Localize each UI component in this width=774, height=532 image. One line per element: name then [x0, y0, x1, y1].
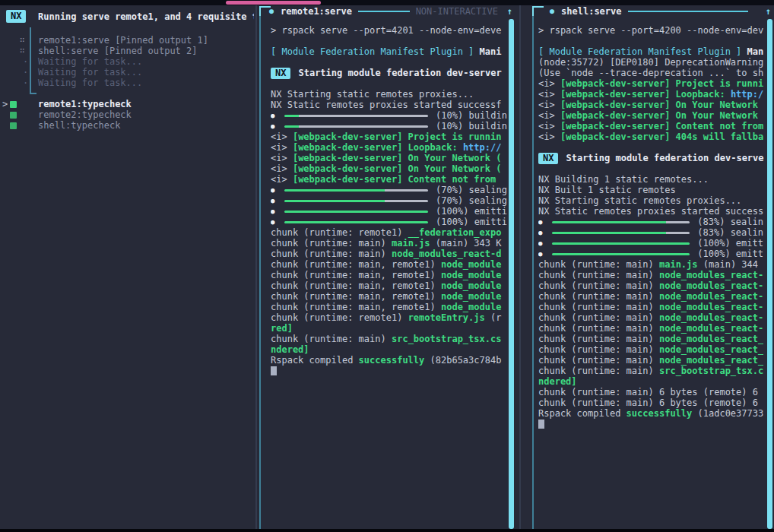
- log-segment: node_modules_react_: [659, 344, 763, 355]
- progress-dot-icon: ●: [538, 217, 550, 227]
- progress-label: (100%) emitt: [697, 238, 763, 249]
- log-segment: ndered]: [271, 344, 309, 355]
- log-segment: [webpack-dev-server] On Your Network: [560, 100, 758, 110]
- log-line: NX Built 1 static remotes: [538, 185, 763, 195]
- pane-separator: [255, 5, 257, 529]
- progress-line: ●(100%) emitti: [271, 217, 507, 227]
- progress-line: ●(10%) buildin: [271, 121, 507, 131]
- log-segment: src_bootstrap_tsx.c: [659, 366, 763, 376]
- log-line: [ Module Federation Manifest Plugin ] Ma…: [538, 46, 763, 57]
- task-label: Waiting for task...: [38, 56, 142, 67]
- task-row-waiting-for-task[interactable]: ·Waiting for task...: [0, 78, 255, 88]
- task-spinner-icon: ∷: [20, 46, 25, 56]
- log-segment: node_modules_react-: [659, 312, 763, 323]
- task-row-shell-typecheck[interactable]: shell:typecheck: [0, 120, 255, 131]
- pane-status-dot: ●: [269, 5, 274, 17]
- log-segment: NX Static remotes proxies started succes…: [538, 206, 763, 217]
- task-waiting-icon: ·: [23, 56, 28, 67]
- log-segment: NX Starting static remotes proxies...: [271, 89, 474, 100]
- log-segment: (node:35772) [DEP0180] DeprecationWarnin…: [538, 57, 763, 68]
- log-segment: <i>: [271, 142, 293, 153]
- task-row-waiting-for-task[interactable]: ·Waiting for task...: [0, 56, 255, 67]
- log-segment: chunk (runtime: main): [538, 259, 659, 270]
- task-row-remote1-serve-pinned-output-1[interactable]: ∷remote1:serve [Pinned output 1]: [0, 35, 255, 46]
- log-line: chunk (runtime: main) 6 bytes (remote) 6: [538, 387, 763, 397]
- log-segment: chunk (runtime: main): [538, 334, 659, 344]
- log-line: chunk (runtime: main) node_modules_react…: [538, 355, 763, 366]
- task-row-shell-serve-pinned-output-2[interactable]: ∷shell:serve [Pinned output 2]: [0, 46, 255, 56]
- scroll-up-arrow[interactable]: ↑: [507, 6, 512, 17]
- log-segment: chunk (runtime: main, remote1): [271, 280, 441, 291]
- log-line: chunk (runtime: main) src_bootstrap_tsx.…: [538, 366, 763, 376]
- pane-title-row: ● shell:serve: [550, 5, 754, 17]
- terminal-cursor: [271, 366, 277, 375]
- progress-label: (10%) buildin: [436, 110, 507, 121]
- progress-bar: [284, 125, 428, 128]
- progress-bar: [552, 242, 690, 245]
- nx-badge: NX: [538, 153, 558, 164]
- task-row-waiting-for-task[interactable]: ·Waiting for task...: [0, 67, 255, 78]
- log-segment: Rspack compiled: [271, 355, 359, 366]
- log-line: <i> [webpack-dev-server] On Your Network: [538, 110, 763, 121]
- log-line: NX Starting static remotes proxies...: [538, 195, 763, 206]
- output-pane-shell-serve: ● shell:serve ↑ > rspack serve --port=42…: [519, 5, 774, 529]
- log-segment: > rspack serve --port=4201 --node-env=de…: [271, 25, 501, 36]
- scrollbar[interactable]: [767, 19, 772, 529]
- log-line: NX Static remotes proxies started succes…: [271, 100, 507, 110]
- log-line: chunk (runtime: main) node_modules_react…: [538, 312, 763, 323]
- log-line: <i> [webpack-dev-server] On Your Network…: [271, 153, 507, 163]
- log-line-blank: [538, 36, 763, 46]
- log-segment: NX Built 1 static remotes: [538, 185, 676, 195]
- log-line: Rspack compiled successfully (82b65a3c78…: [271, 355, 507, 366]
- log-line-blank: [271, 36, 507, 46]
- nx-logo-badge: NX: [6, 10, 26, 23]
- scroll-up-arrow[interactable]: ↑: [766, 6, 771, 17]
- progress-line: ●(10%) buildin: [271, 110, 507, 121]
- log-segment: node_modules_react_: [659, 355, 763, 366]
- log-segment: (main) 343 K: [430, 238, 502, 249]
- progress-label: (100%) emitt: [697, 249, 763, 259]
- log-line-blank: [271, 78, 507, 89]
- task-runner-title: Running serve remote1, and 4 requisite t…: [38, 11, 254, 22]
- log-segment: main.js: [659, 259, 698, 270]
- log-line: <i> [webpack-dev-server] Project is runn…: [271, 131, 507, 142]
- progress-bar: [552, 221, 690, 223]
- window-top-edge: [0, 0, 774, 5]
- log-line: chunk (runtime: main) node_modules_react…: [538, 323, 763, 334]
- log-segment: remoteEntry.js: [408, 312, 485, 323]
- progress-dot-icon: ●: [271, 185, 283, 195]
- log-segment: chunk (runtime: main, remote1): [271, 291, 441, 302]
- log-line: <i> [webpack-dev-server] Content not fro…: [538, 121, 763, 131]
- task-row-remote2-typecheck[interactable]: remote2:typecheck: [0, 109, 255, 120]
- log-segment: <i>: [538, 131, 560, 142]
- progress-bar: [284, 115, 428, 117]
- task-row-remote1-typecheck[interactable]: >remote1:typecheck: [0, 99, 255, 109]
- log-segment: http://: [463, 142, 502, 153]
- nx-badge: NX: [271, 68, 290, 79]
- progress-bar: [284, 200, 428, 202]
- log-segment: [webpack-dev-server] Loopback:: [293, 142, 463, 153]
- progress-label: (10%) buildin: [436, 121, 507, 131]
- top-accent-bar: [226, 1, 321, 5]
- badge-text: Starting module federation dev-server: [298, 68, 501, 78]
- scrollbar[interactable]: [509, 19, 514, 529]
- log-segment: node_module: [441, 280, 501, 291]
- progress-line: ●(70%) sealing: [271, 185, 507, 195]
- pane-left-border: [532, 7, 534, 529]
- log-line: NXStarting module federation dev-serve: [538, 153, 763, 163]
- log-segment: (r: [485, 312, 502, 323]
- task-label: Waiting for task...: [38, 78, 142, 88]
- log-line: chunk (runtime: main, remote1) node_modu…: [271, 302, 507, 312]
- progress-line: ●(70%) sealing: [271, 195, 507, 206]
- log-segment: Mani: [474, 46, 501, 57]
- log-segment: node_module: [441, 270, 501, 280]
- progress-dot-icon: ●: [271, 217, 283, 227]
- log-line: chunk (runtime: main) src_bootstrap_tsx.…: [271, 334, 507, 344]
- log-segment: <i>: [538, 89, 560, 100]
- log-segment: [webpack-dev-server] Content not from: [560, 121, 763, 131]
- log-line: red]: [271, 323, 507, 334]
- progress-dot-icon: ●: [271, 110, 283, 121]
- log-segment: __federation_expo: [408, 227, 502, 238]
- task-label: remote2:typecheck: [38, 109, 132, 120]
- log-line: NX Static remotes proxies started succes…: [538, 206, 763, 217]
